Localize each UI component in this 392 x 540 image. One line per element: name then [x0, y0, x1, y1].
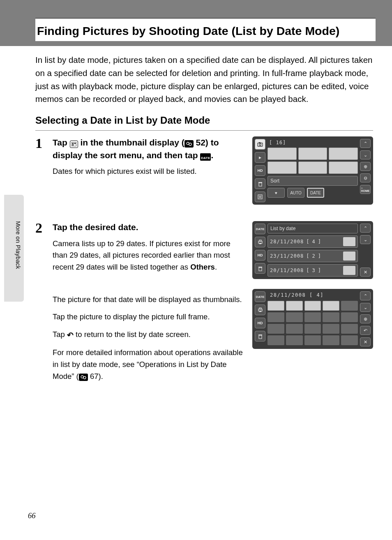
svg-rect-24 — [259, 311, 261, 312]
thumbnail[interactable] — [267, 162, 297, 174]
svg-rect-9 — [259, 183, 262, 186]
close-icon[interactable]: ✕ — [360, 337, 371, 346]
delete-icon[interactable] — [255, 263, 265, 274]
svg-rect-20 — [259, 268, 262, 271]
svg-rect-8 — [259, 142, 261, 143]
svg-point-15 — [81, 376, 83, 378]
section-tab-label: More on Playback — [15, 221, 21, 269]
svg-rect-2 — [74, 143, 76, 144]
scroll-up-icon[interactable]: ⌃ — [360, 139, 371, 148]
date-mode-icon[interactable]: DATE — [255, 224, 265, 234]
svg-rect-19 — [259, 243, 261, 244]
page-title: Finding Pictures by Shooting Date (List … — [37, 24, 374, 38]
print-icon[interactable] — [255, 237, 265, 247]
thumbnail[interactable] — [267, 148, 297, 160]
svg-rect-3 — [72, 145, 74, 146]
screen-list-by-date: DATE HD List by date 28/11/2008[4] 23/11… — [252, 221, 373, 279]
playback-icon[interactable]: ▸ — [255, 152, 265, 163]
thumbnail[interactable] — [298, 162, 327, 174]
step-1-detail: Dates for which pictures exist will be l… — [53, 166, 246, 178]
step-2-detail-4: Tap ↶ to return to the list by date scre… — [53, 329, 246, 341]
camera-mode-icon[interactable] — [255, 139, 265, 150]
date-mode-icon[interactable]: DATE — [255, 291, 265, 302]
svg-rect-25 — [259, 335, 262, 339]
return-icon[interactable]: ↶ — [360, 326, 371, 335]
thumbnail[interactable] — [304, 301, 321, 311]
scroll-up-icon[interactable]: ⌃ — [360, 291, 371, 300]
svg-rect-10 — [258, 182, 262, 183]
thumb-count: [ 16] — [267, 139, 358, 145]
svg-point-16 — [83, 376, 86, 379]
zoom-out-icon[interactable]: ⊖ — [360, 173, 371, 182]
page-title-box: Finding Pictures by Shooting Date (List … — [35, 18, 376, 41]
delete-icon[interactable] — [255, 331, 265, 342]
page-ref-icon — [184, 140, 194, 148]
intro-paragraph: In list by date mode, pictures taken on … — [35, 53, 373, 106]
step-number: 2 — [35, 221, 47, 388]
section-subhead: Selecting a Date in List by Date Mode — [35, 115, 373, 131]
thumbnail[interactable] — [286, 301, 303, 311]
close-icon[interactable]: ✕ — [360, 268, 371, 277]
date-row[interactable]: 28/11/2008[4] — [267, 235, 358, 248]
thumbnail[interactable] — [298, 148, 327, 160]
step-2-detail-3: Tap the picture to display the picture f… — [53, 311, 246, 323]
svg-rect-1 — [72, 143, 74, 144]
svg-rect-0 — [71, 142, 76, 146]
page-number: 66 — [28, 512, 36, 520]
thumbnail[interactable] — [323, 301, 339, 311]
thumbnail[interactable] — [329, 162, 358, 174]
sort-label: Sort — [267, 176, 358, 186]
list-title: List by date — [267, 224, 358, 233]
step-number: 1 — [35, 136, 47, 205]
hd-icon[interactable]: HD — [255, 318, 265, 328]
svg-rect-26 — [258, 335, 262, 335]
page-ref-icon — [79, 374, 88, 381]
grid-header: 28/11/2008 [ 4] — [267, 291, 358, 299]
step-2: 2 Tap the desired date. Camera lists up … — [35, 221, 373, 388]
thumbnail[interactable] — [329, 148, 358, 160]
step-1: 1 Tap in the thumbnail display ( 52) to … — [35, 136, 373, 205]
home-icon[interactable]: ⌂HOME — [360, 185, 371, 194]
page-content: In list by date mode, pictures taken on … — [0, 46, 392, 388]
step-2-instruction: Tap the desired date. — [53, 221, 246, 233]
date-row[interactable]: 23/11/2008[2] — [267, 250, 358, 262]
thumbnail-grid[interactable] — [267, 148, 358, 174]
step-2-detail-5: For more detailed information about oper… — [53, 347, 246, 382]
delete-icon[interactable] — [255, 178, 265, 189]
menu-icon[interactable] — [255, 192, 265, 202]
print-icon[interactable] — [255, 305, 265, 315]
svg-point-5 — [189, 143, 191, 145]
date-row[interactable]: 20/11/2008[3] — [267, 264, 358, 277]
svg-rect-18 — [259, 240, 261, 241]
header-banner: Finding Pictures by Shooting Date (List … — [0, 0, 392, 46]
thumbnail[interactable] — [267, 301, 284, 311]
step-2-detail-2: The picture for that date will be displa… — [53, 294, 246, 306]
step-1-instruction: Tap in the thumbnail display ( 52) to di… — [53, 136, 246, 162]
svg-point-4 — [187, 142, 189, 145]
date-mode-icon: DATE — [200, 153, 211, 161]
svg-rect-21 — [258, 267, 262, 268]
scroll-up-icon[interactable]: ⌃ — [360, 224, 371, 233]
scroll-down-icon[interactable]: ⌄ — [360, 303, 371, 312]
sort-menu-icon — [70, 141, 78, 148]
date-thumb-grid[interactable] — [267, 301, 358, 345]
step-2-detail-1: Camera lists up to 29 dates. If pictures… — [53, 238, 246, 273]
zoom-in-icon[interactable]: ⊕ — [360, 314, 371, 323]
sort-auto-button[interactable]: AUTO — [287, 188, 304, 198]
return-icon: ↶ — [67, 329, 74, 341]
scroll-down-icon[interactable]: ⌄ — [360, 235, 371, 244]
zoom-in-icon[interactable]: ⊕ — [360, 162, 371, 171]
svg-rect-23 — [259, 308, 261, 309]
screen-date-thumbnails: DATE HD 28/11/2008 [ 4] ⌃ — [252, 289, 373, 349]
svg-point-7 — [259, 144, 261, 146]
scroll-down-icon[interactable]: ⌄ — [360, 150, 371, 159]
hd-icon[interactable]: HD — [255, 250, 265, 261]
sort-date-button[interactable]: DATE — [307, 188, 324, 198]
sort-favorites-button[interactable]: ♥ — [267, 188, 285, 198]
hd-icon[interactable]: HD — [255, 165, 265, 176]
screen-thumbnail-sort: ▸ HD [ 16] Sort — [252, 136, 373, 205]
empty-slot — [341, 301, 358, 311]
